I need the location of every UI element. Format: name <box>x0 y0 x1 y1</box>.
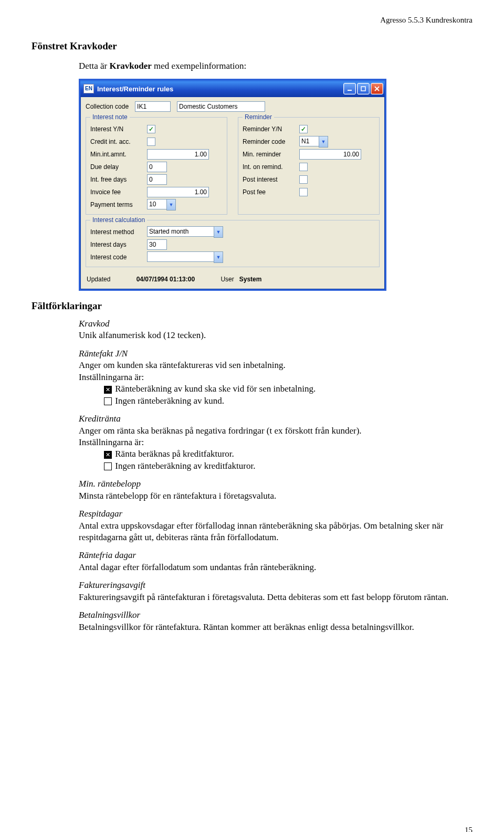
interest-code-label: Interest code <box>90 254 147 261</box>
due-delay-label: Due delay <box>90 163 147 171</box>
group-interest-legend: Interest note <box>90 113 130 121</box>
int-on-remind-label: Int. on remind. <box>243 163 299 171</box>
chevron-down-icon: ▼ <box>214 226 223 238</box>
term-kravkod: Kravkod <box>79 318 472 330</box>
svg-rect-1 <box>361 87 365 91</box>
opt-kredit-off-text: Ingen ränteberäkning av kreditfakturor. <box>115 461 255 471</box>
opt-rantjn-on-text: Ränteberäkning av kund ska ske vid för s… <box>115 384 316 394</box>
user-label: User <box>220 276 234 283</box>
window-title: Interest/Reminder rules <box>97 85 342 93</box>
reminder-yn-checkbox[interactable] <box>299 125 308 133</box>
window-badge: EN <box>83 84 94 93</box>
minimize-icon <box>347 86 352 91</box>
invoice-fee-input[interactable]: 1.00 <box>147 187 209 197</box>
chevron-down-icon: ▼ <box>166 199 176 210</box>
intro-prefix: Detta är <box>79 61 110 71</box>
term-faktureringsavgift: Faktureringsavgift <box>79 580 472 591</box>
checked-box-icon: ✕ <box>104 386 112 394</box>
svg-rect-0 <box>348 90 352 91</box>
opt-kredit-on-text: Ränta beräknas på kreditfakturor. <box>115 449 234 459</box>
minimize-button[interactable] <box>343 83 356 94</box>
maximize-button[interactable] <box>357 83 370 94</box>
desc-kravkod: Unik alfanumerisk kod (12 tecken). <box>79 330 472 341</box>
reminder-code-label: Reminder code <box>243 138 299 145</box>
section-title: Fönstret Kravkoder <box>32 40 472 52</box>
desc-betalningsvillkor: Betalningsvillkor för räntefaktura. Ränt… <box>79 622 472 633</box>
desc-min-rantebelopp: Minsta räntebelopp för en räntefaktura i… <box>79 490 472 502</box>
chevron-down-icon: ▼ <box>319 136 328 148</box>
group-calc-legend: Interest calculation <box>90 216 147 224</box>
status-row: Updated 04/07/1994 01:13:00 User System <box>86 272 380 284</box>
desc-faktureringsavgift: Faktureringsavgift på räntefakturan i fö… <box>79 592 472 603</box>
explain-title: Fältförklaringar <box>32 300 472 312</box>
interest-method-label: Interest method <box>90 228 147 236</box>
payment-terms-label: Payment terms <box>90 201 147 208</box>
intro-suffix: med exempelinformation: <box>152 61 246 71</box>
min-int-amnt-label: Min.int.amnt. <box>90 151 147 158</box>
credit-int-acc-label: Credit int. acc. <box>90 138 147 145</box>
opt-kredit-on: ✕ Ränta beräknas på kreditfakturor. <box>104 448 472 460</box>
field-explanations: Kravkod Unik alfanumerisk kod (12 tecken… <box>79 318 472 633</box>
desc-kreditranta: Anger om ränta ska beräknas på negativa … <box>79 425 472 437</box>
group-interest-note: Interest note Interest Y/N Credit int. a… <box>86 117 227 215</box>
desc-rantefria-dagar: Antal dagar efter förfallodatum som unda… <box>79 562 472 573</box>
settings-label-1: Inställningarna är: <box>79 372 472 383</box>
updated-label: Updated <box>87 276 110 283</box>
group-interest-calculation: Interest calculation Interest method Sta… <box>86 220 380 267</box>
interest-yn-checkbox[interactable] <box>147 125 155 133</box>
checked-box-icon: ✕ <box>104 451 112 459</box>
page-number: 15 <box>465 826 472 832</box>
invoice-fee-label: Invoice fee <box>90 188 147 196</box>
opt-kredit-off: Ingen ränteberäkning av kreditfakturor. <box>104 460 472 472</box>
close-button[interactable] <box>371 83 383 94</box>
term-min-rantebelopp: Min. räntebelopp <box>79 478 472 490</box>
desc-respitdagar: Antal extra uppskovsdagar efter förfallo… <box>79 520 472 544</box>
int-free-days-input[interactable]: 0 <box>147 174 167 185</box>
unchecked-box-icon <box>104 397 112 405</box>
post-fee-checkbox[interactable] <box>299 188 308 196</box>
user-value: System <box>239 276 262 283</box>
interest-code-value <box>147 251 214 262</box>
collection-code-input[interactable]: IK1 <box>135 101 171 112</box>
term-betalningsvillkor: Betalningsvillkor <box>79 609 472 621</box>
due-delay-input[interactable]: 0 <box>147 162 167 172</box>
group-reminder: Reminder Reminder Y/N Reminder code N1 ▼… <box>238 117 380 215</box>
opt-rantjn-off: Ingen ränteberäkning av kund. <box>104 395 472 407</box>
term-rantefria-dagar: Räntefria dagar <box>79 550 472 561</box>
min-int-amnt-input[interactable]: 1.00 <box>147 149 209 160</box>
payment-terms-value: 10 <box>147 199 166 209</box>
reminder-yn-label: Reminder Y/N <box>243 125 299 133</box>
settings-label-2: Inställningarna är: <box>79 437 472 448</box>
group-reminder-legend: Reminder <box>243 113 274 121</box>
post-interest-checkbox[interactable] <box>299 175 308 184</box>
running-header: Agresso 5.5.3 Kundreskontra <box>32 16 472 25</box>
dialog-window: EN Interest/Reminder rules Collection co… <box>79 79 386 291</box>
min-reminder-input[interactable]: 10.00 <box>299 149 361 160</box>
interest-days-input[interactable]: 30 <box>147 239 167 250</box>
reminder-code-combo[interactable]: N1 ▼ <box>299 136 328 148</box>
interest-method-combo[interactable]: Started month ▼ <box>147 226 223 238</box>
opt-rantjn-off-text: Ingen ränteberäkning av kund. <box>115 396 224 406</box>
reminder-code-value: N1 <box>299 136 319 146</box>
titlebar[interactable]: EN Interest/Reminder rules <box>80 80 385 97</box>
intro-line: Detta är Kravkoder med exempelinformatio… <box>79 61 472 71</box>
collection-code-label: Collection code <box>86 103 129 110</box>
int-free-days-label: Int. free days <box>90 176 147 183</box>
desc-rantefakt-jn: Anger om kunden ska räntefaktureras vid … <box>79 360 472 371</box>
unchecked-box-icon <box>104 462 112 470</box>
term-kreditranta: Kreditränta <box>79 413 472 425</box>
chevron-down-icon: ▼ <box>214 251 223 263</box>
min-reminder-label: Min. reminder <box>243 151 299 158</box>
int-on-remind-checkbox[interactable] <box>299 163 308 171</box>
updated-value: 04/07/1994 01:13:00 <box>116 276 215 283</box>
interest-days-label: Interest days <box>90 241 147 248</box>
post-fee-label: Post fee <box>243 188 299 196</box>
collection-name-input[interactable]: Domestic Customers <box>177 101 265 112</box>
credit-int-acc-checkbox[interactable] <box>147 138 155 146</box>
payment-terms-combo[interactable]: 10 ▼ <box>147 199 176 210</box>
intro-bold: Kravkoder <box>110 61 152 71</box>
maximize-icon <box>361 86 366 91</box>
interest-code-combo[interactable]: ▼ <box>147 251 223 263</box>
interest-method-value: Started month <box>147 226 214 237</box>
term-rantefakt-jn: Räntefakt J/N <box>79 348 472 360</box>
